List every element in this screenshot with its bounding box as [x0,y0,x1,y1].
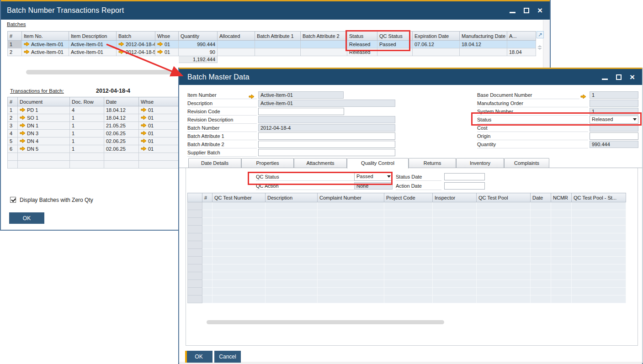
batch-attribute-2-field[interactable] [258,141,395,148]
field-label: Origin [477,132,588,140]
field-label: Cost [477,124,588,132]
qc-empty-row[interactable] [188,233,626,241]
action-date-label: Action Date [396,182,441,190]
zero-qty-checkbox[interactable] [10,197,16,203]
link-arrow-icon[interactable] [20,123,26,128]
tab-attachments[interactable]: Attachments [294,158,347,168]
action-date-field[interactable] [444,182,485,190]
link-arrow-icon[interactable] [24,49,30,54]
tab-complaints[interactable]: Complaints [504,158,549,168]
batch-attribute-1-field[interactable] [258,132,395,140]
qc-empty-row[interactable] [188,272,626,280]
link-arrow-icon[interactable] [141,107,147,112]
qc-empty-row[interactable] [188,210,626,218]
form-settings-icon[interactable] [537,45,542,50]
qc-empty-row[interactable] [188,288,626,295]
horizontal-scrollbar-thumb[interactable] [207,320,444,324]
tab-returns[interactable]: Returns [409,158,456,168]
qc-action-field: None [354,182,393,190]
description-field: Active-Item-01 [258,100,395,107]
field-label: System Number [477,108,588,116]
qc-empty-row[interactable] [188,280,626,288]
qc-empty-row[interactable] [188,264,626,272]
status-dropdown[interactable]: Released [590,116,638,124]
link-arrow-icon[interactable] [24,42,30,47]
bmd-ok-button[interactable]: OK [185,351,213,363]
batches-table[interactable]: # Item No. Item Description Batch Whse Q… [7,31,536,63]
maximize-icon[interactable] [616,74,622,80]
link-arrow-icon[interactable] [580,93,586,98]
qc-tests-table[interactable]: # QC Test Number Description Complaint N… [187,193,626,303]
qc-empty-row[interactable] [188,202,626,210]
qc-empty-row[interactable] [188,249,626,257]
link-arrow-icon[interactable] [20,138,26,143]
cost-field [590,124,638,132]
link-arrow-icon[interactable] [141,146,147,151]
screen: Batch Number Transactions Report × Batch… [0,0,643,364]
qc-empty-row[interactable] [188,226,626,233]
field-label: Batch Number [187,124,257,132]
link-arrow-icon[interactable] [118,42,124,47]
link-arrow-icon[interactable] [20,115,26,120]
batches-header-row: # Item No. Item Description Batch Whse Q… [8,32,536,41]
close-icon[interactable]: × [630,74,635,80]
minimize-icon[interactable] [602,79,608,80]
window-controls: × [510,7,542,14]
manufacturing-order-field [590,100,638,107]
link-arrow-icon[interactable] [141,115,147,120]
link-arrow-icon[interactable] [141,123,147,128]
origin-field[interactable] [590,132,638,140]
report-ok-button[interactable]: OK [9,212,44,224]
status-cell: Released [347,48,377,56]
link-arrow-icon[interactable] [141,138,147,143]
total-quantity: 1,192.444 [179,56,218,63]
link-arrow-icon[interactable] [20,146,26,151]
link-arrow-icon[interactable] [249,93,255,98]
tab-properties[interactable]: Properties [241,158,294,168]
qc-empty-row[interactable] [188,295,626,303]
minimize-icon[interactable] [510,12,515,13]
field-label: Revision Code [187,108,257,116]
status-date-label: Status Date [396,173,441,181]
field-label: Status [477,116,588,124]
system-number-field: 1 [590,108,638,115]
link-arrow-icon[interactable] [141,131,147,136]
batches-row-2[interactable]: 2 Active-Item-01 Active-Item-01 2012-04-… [8,48,536,56]
field-label: Manufacturing Order [477,100,588,107]
qc-status-cell [377,48,413,56]
tab-quality-control[interactable]: Quality Control [347,158,409,169]
batches-row-1[interactable]: 1 Active-Item-01 Active-Item-01 2012-04-… [8,41,536,48]
link-arrow-icon[interactable] [20,131,26,136]
qc-empty-row[interactable] [188,241,626,249]
supplier-batch-field[interactable] [258,149,395,156]
link-arrow-icon[interactable] [20,107,26,112]
expand-table-icon[interactable]: ↗ [537,31,544,38]
quantity-field: 990.444 [590,141,638,148]
batch-master-data-window: Batch Master Data × Item Number Active-I… [178,68,643,364]
bmd-cancel-button[interactable]: Cancel [214,351,241,363]
zero-qty-checkbox-label: Display Batches with Zero Qty [20,197,93,203]
item-number-field: Active-Item-01 [258,91,344,99]
field-label: Item Number [187,91,257,99]
link-arrow-icon[interactable] [157,42,163,47]
link-arrow-icon[interactable] [118,49,124,54]
field-label: Batch Attribute 1 [187,132,257,140]
horizontal-scrollbar-thumb[interactable] [26,70,175,74]
qc-empty-row[interactable] [188,218,626,226]
report-titlebar: Batch Number Transactions Report × [1,1,550,20]
batches-total-row: 1,192.444 [8,56,536,63]
qc-empty-row[interactable] [188,257,626,264]
report-window-title: Batch Number Transactions Report [1,6,124,15]
bmd-titlebar: Batch Master Data × [179,69,642,85]
field-label: Revision Description [187,116,257,124]
link-arrow-icon[interactable] [157,49,163,54]
maximize-icon[interactable] [524,8,529,13]
tab-inventory[interactable]: Inventory [456,158,504,168]
status-date-field[interactable] [444,173,485,180]
tab-date-details[interactable]: Date Details [188,158,241,168]
revision-code-field[interactable] [258,108,344,115]
qc-status-dropdown[interactable]: Passed [354,173,393,181]
qc-action-label: QC Action [256,182,354,190]
transactions-section-label: Transactions for Batch: [10,88,64,94]
close-icon[interactable]: × [537,7,542,14]
